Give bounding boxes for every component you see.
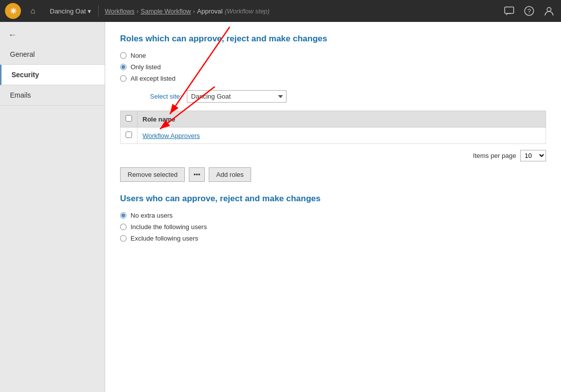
users-radio-group: No extra users Include the following use…	[120, 212, 546, 242]
items-per-page-select[interactable]: 10 25 50 100	[520, 150, 546, 161]
users-option-no-extra[interactable]: No extra users	[120, 212, 546, 219]
breadcrumb: Workflows › Sample Workflow › Approval (…	[101, 7, 502, 15]
roles-option-none[interactable]: None	[120, 52, 546, 59]
site-name: Dancing Oat	[50, 7, 86, 15]
topbar-divider	[98, 5, 99, 17]
roles-radio-all-except[interactable]	[120, 75, 127, 82]
sidebar-item-general[interactable]: General	[0, 44, 105, 65]
role-name-cell: Workflow Approvers	[138, 128, 546, 144]
users-radio-exclude[interactable]	[120, 235, 127, 242]
breadcrumb-approval: Approval	[197, 7, 223, 15]
site-dropdown-icon: ▾	[88, 7, 91, 15]
add-roles-button[interactable]: Add roles	[209, 167, 251, 182]
roles-option-only-listed[interactable]: Only listed	[120, 63, 546, 71]
roles-section-title: Roles which can approve, reject and make…	[120, 34, 546, 44]
svg-rect-0	[505, 7, 514, 13]
table-header-role-name: Role name	[138, 111, 546, 128]
roles-option-all-except[interactable]: All except listed	[120, 75, 546, 82]
main-layout: ← General Security Emails	[0, 22, 561, 392]
users-option-include[interactable]: Include the following users	[120, 223, 546, 231]
topbar: ✳ ⌂ Dancing Oat ▾ Workflows › Sample Wor…	[0, 0, 561, 22]
back-button[interactable]: ←	[0, 22, 105, 44]
select-site-row: Select site: Dancing Goat	[120, 90, 546, 103]
row-checkbox[interactable]	[126, 131, 132, 138]
content-area: Roles which can approve, reject and make…	[105, 22, 561, 392]
select-all-checkbox[interactable]	[126, 115, 132, 122]
table-header-checkbox	[121, 111, 138, 128]
roles-radio-only-listed[interactable]	[120, 64, 127, 70]
table-row: Workflow Approvers	[121, 128, 546, 144]
logo-icon[interactable]: ✳	[5, 3, 21, 19]
users-radio-include[interactable]	[120, 224, 127, 230]
home-icon[interactable]: ⌂	[25, 3, 41, 19]
more-options-button[interactable]: •••	[189, 167, 205, 182]
users-option-exclude[interactable]: Exclude following users	[120, 235, 546, 242]
items-per-page: Items per page 10 25 50 100	[120, 150, 546, 161]
row-checkbox-cell	[121, 128, 138, 144]
action-buttons: Remove selected ••• Add roles	[120, 167, 546, 182]
sidebar-item-security[interactable]: Security	[0, 65, 105, 85]
chat-icon[interactable]	[502, 4, 516, 18]
breadcrumb-workflows[interactable]: Workflows	[105, 7, 135, 15]
user-icon[interactable]	[542, 4, 556, 18]
breadcrumb-sample-workflow[interactable]: Sample Workflow	[140, 7, 191, 15]
items-per-page-label: Items per page	[473, 152, 516, 159]
help-icon[interactable]: ?	[522, 4, 536, 18]
remove-selected-button[interactable]: Remove selected	[120, 167, 185, 182]
roles-table: Role name Workflow Approvers	[120, 111, 546, 144]
select-site-dropdown[interactable]: Dancing Goat	[187, 90, 286, 103]
users-radio-no-extra[interactable]	[120, 212, 127, 219]
breadcrumb-workflow-step: (Workflow step)	[225, 7, 270, 15]
site-selector[interactable]: Dancing Oat ▾	[45, 5, 96, 17]
roles-radio-group: None Only listed All except listed	[120, 52, 546, 82]
select-site-label: Select site:	[150, 93, 182, 100]
workflow-approvers-link[interactable]: Workflow Approvers	[142, 132, 200, 139]
topbar-actions: ?	[502, 4, 556, 18]
sidebar-item-emails[interactable]: Emails	[0, 85, 105, 106]
svg-text:?: ?	[527, 7, 531, 15]
svg-point-3	[547, 7, 551, 11]
sidebar: ← General Security Emails	[0, 22, 105, 392]
sidebar-nav: General Security Emails	[0, 44, 105, 106]
users-section-title: Users who can approve, reject and make c…	[120, 194, 546, 204]
roles-radio-none[interactable]	[120, 52, 127, 59]
